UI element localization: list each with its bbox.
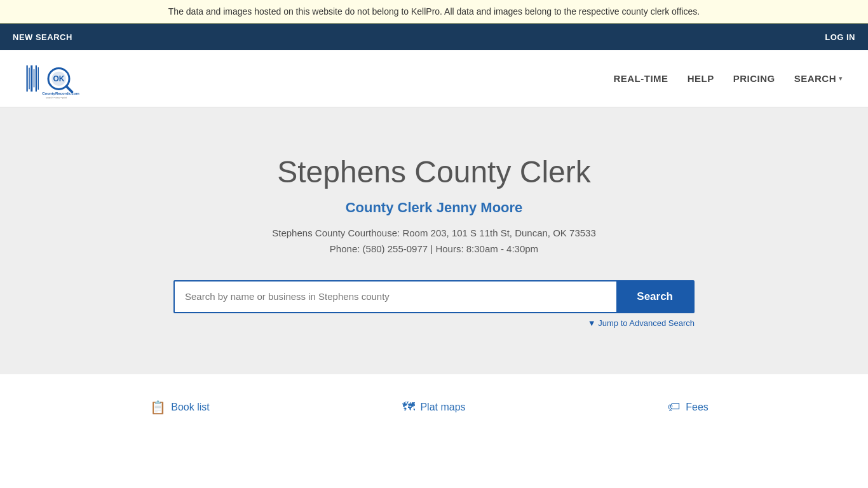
svg-line-9 [67,86,72,92]
nav-help[interactable]: HELP [688,73,714,84]
main-nav: REAL-TIME HELP PRICING SEARCH ▾ [613,73,843,84]
log-in-link[interactable]: LOG IN [825,32,855,42]
chevron-down-icon: ▾ [839,74,843,83]
nav-search[interactable]: SEARCH [794,73,836,84]
svg-text:search • view • print: search • view • print [46,97,67,99]
search-button[interactable]: Search [616,281,693,312]
search-input[interactable] [175,281,616,312]
footer-links-section: 📋 Book list 🗺 Plat maps 🏷 Fees [0,374,868,434]
book-list-link[interactable]: 📋 Book list [53,400,307,415]
logo-area[interactable]: OK CountyRecords.com search • view • pri… [25,58,83,99]
search-bar: Search [173,280,695,313]
fees-icon: 🏷 [668,400,681,414]
fees-label: Fees [686,402,709,413]
hero-section: Stephens County Clerk County Clerk Jenny… [0,107,868,374]
svg-rect-0 [27,65,28,92]
nav-pricing[interactable]: PRICING [733,73,775,84]
page-title: Stephens County Clerk [277,154,591,189]
book-list-label: Book list [171,402,209,413]
svg-rect-5 [38,67,39,90]
clerk-address: Stephens County Courthouse: Room 203, 10… [272,225,596,257]
top-nav: NEW SEARCH LOG IN [0,24,868,50]
address-line2: Phone: (580) 255-0977 | Hours: 8:30am - … [272,241,596,257]
svg-text:CountyRecords.com: CountyRecords.com [42,92,79,95]
banner-text: The data and images hosted on this websi… [168,6,700,17]
svg-text:OK: OK [53,74,65,83]
nav-real-time[interactable]: REAL-TIME [613,73,668,84]
search-container: Search ▼ Jump to Advanced Search [173,280,695,328]
address-line1: Stephens County Courthouse: Room 203, 10… [272,225,596,241]
clerk-name: County Clerk Jenny Moore [346,200,523,216]
advanced-search-link[interactable]: ▼ Jump to Advanced Search [588,318,695,328]
notice-banner: The data and images hosted on this websi… [0,0,868,24]
site-logo[interactable]: OK CountyRecords.com search • view • pri… [25,58,83,99]
plat-maps-icon: 🗺 [402,400,415,414]
nav-search-item[interactable]: SEARCH ▾ [794,73,843,84]
site-header: OK CountyRecords.com search • view • pri… [0,50,868,107]
svg-rect-3 [34,69,35,88]
svg-rect-4 [36,65,37,92]
fees-link[interactable]: 🏷 Fees [561,400,815,414]
book-list-icon: 📋 [150,400,166,415]
new-search-link[interactable]: NEW SEARCH [13,32,72,42]
svg-rect-1 [29,68,30,90]
plat-maps-label: Plat maps [420,402,465,413]
svg-rect-2 [31,65,32,92]
plat-maps-link[interactable]: 🗺 Plat maps [307,400,561,414]
